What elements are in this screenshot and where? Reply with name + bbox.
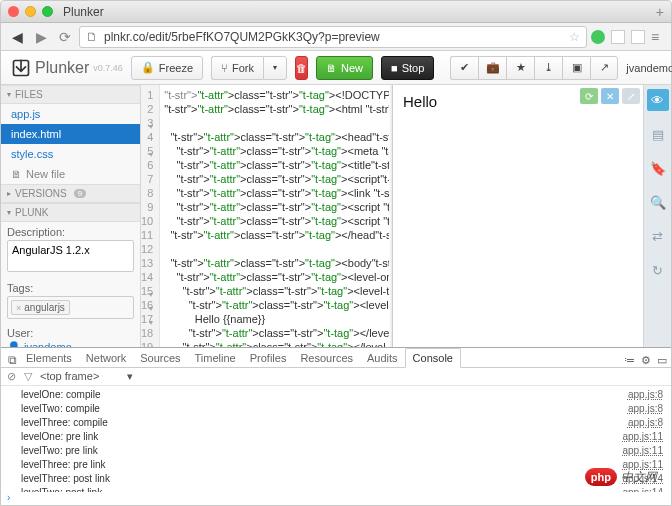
console-input[interactable]: › — [1, 492, 671, 505]
console-row[interactable]: levelThree: post linkapp.js:14 — [21, 472, 671, 486]
rail-bookmark-icon[interactable]: 🔖 — [647, 157, 669, 179]
clear-console-icon[interactable]: ⊘ — [7, 370, 16, 383]
rail-retweet-icon[interactable]: ↻ — [647, 259, 669, 281]
versions-section-header[interactable]: ▸VERSIONS9 — [1, 184, 140, 203]
file-index-html[interactable]: index.html — [1, 124, 140, 144]
freeze-button[interactable]: 🔒 Freeze — [131, 56, 203, 80]
description-label: Description: — [7, 226, 134, 238]
app-version: v0.7.46 — [93, 63, 123, 73]
maximize-window-button[interactable] — [42, 6, 53, 17]
ext-2-icon[interactable] — [611, 30, 625, 44]
files-section-header[interactable]: ▾FILES — [1, 85, 140, 104]
fork-dropdown-button[interactable]: ▾ — [263, 56, 287, 80]
browser-titlebar: Plunker + — [1, 1, 671, 23]
remove-tag-icon[interactable]: × — [16, 303, 21, 313]
embed-button[interactable]: ▣ — [562, 56, 590, 80]
bookmark-icon[interactable]: ☆ — [569, 30, 580, 44]
devtools-tabs: ⧉ Elements Network Sources Timeline Prof… — [1, 348, 671, 368]
devtab-elements[interactable]: Elements — [19, 349, 79, 367]
star-button[interactable]: ★ — [506, 56, 534, 80]
console-output[interactable]: levelOne: compileapp.js:8levelTwo: compi… — [1, 386, 671, 492]
console-location-link[interactable]: app.js:8 — [628, 402, 663, 416]
context-selector[interactable]: <top frame> ▾ — [40, 370, 133, 383]
globe-icon: 🗋 — [86, 30, 98, 44]
ext-1-icon[interactable] — [591, 30, 605, 44]
plunk-section-header[interactable]: ▾PLUNK — [1, 203, 140, 222]
delete-button[interactable]: 🗑 — [295, 56, 308, 80]
close-window-button[interactable] — [8, 6, 19, 17]
tag-angularjs[interactable]: ×angularjs — [11, 300, 70, 315]
console-message: levelThree: pre link — [21, 458, 622, 472]
chrome-menu-icon[interactable]: ≡ — [651, 30, 665, 44]
line-gutter: 12 ▾ 34 ▾ 5 6 7 8 9 10 11 12 1314 ▾15 ▾1… — [141, 85, 160, 347]
rail-search-icon[interactable]: 🔍 — [647, 191, 669, 213]
ext-3-icon[interactable] — [631, 30, 645, 44]
rail-preview-icon[interactable]: 👁 — [647, 89, 669, 111]
new-tab-button[interactable]: + — [656, 4, 664, 20]
console-row[interactable]: levelTwo: pre linkapp.js:11 — [21, 444, 671, 458]
app-brand[interactable]: Plunker v0.7.46 — [11, 58, 123, 78]
console-location-link[interactable]: app.js:11 — [622, 444, 663, 458]
console-row[interactable]: levelThree: compileapp.js:8 — [21, 416, 671, 430]
console-message: levelTwo: compile — [21, 402, 628, 416]
console-message: levelOne: compile — [21, 388, 628, 402]
console-row[interactable]: levelTwo: post linkapp.js:14 — [21, 486, 671, 492]
browser-tab-title[interactable]: Plunker — [63, 5, 104, 19]
forward-button[interactable]: ▶ — [31, 29, 51, 45]
sidebar: ▾FILES app.js index.html style.css 🗎New … — [1, 85, 141, 347]
console-location-link[interactable]: app.js:8 — [628, 416, 663, 430]
back-button[interactable]: ◀ — [7, 29, 27, 45]
preview-pane: ⟳ ✕ ⤢ Hello — [393, 85, 643, 347]
console-location-link[interactable]: app.js:11 — [622, 430, 663, 444]
briefcase-button[interactable]: 💼 — [478, 56, 506, 80]
console-message: levelThree: compile — [21, 416, 628, 430]
minimize-window-button[interactable] — [25, 6, 36, 17]
filter-icon[interactable]: ▽ — [24, 370, 32, 383]
fork-button[interactable]: ⑂ Fork — [211, 56, 263, 80]
devtab-audits[interactable]: Audits — [360, 349, 405, 367]
preview-close-button[interactable]: ✕ — [601, 88, 619, 104]
check-button[interactable]: ✔ — [450, 56, 478, 80]
console-row[interactable]: levelThree: pre linkapp.js:11 — [21, 458, 671, 472]
tags-label: Tags: — [7, 282, 134, 294]
file-style-css[interactable]: style.css — [1, 144, 140, 164]
share-button[interactable]: ↗ — [590, 56, 618, 80]
download-button[interactable]: ⤓ — [534, 56, 562, 80]
console-row[interactable]: levelOne: compileapp.js:8 — [21, 388, 671, 402]
stop-button[interactable]: ■ Stop — [381, 56, 434, 80]
file-app-js[interactable]: app.js — [1, 104, 140, 124]
rail-swap-icon[interactable]: ⇄ — [647, 225, 669, 247]
description-input[interactable]: AngularJS 1.2.x — [7, 240, 134, 272]
inspect-icon[interactable]: ⧉ — [5, 353, 19, 367]
devtools-drawer-icon[interactable]: ≔ — [624, 354, 635, 367]
browser-nav: ◀ ▶ ⟳ 🗋 plnkr.co/edit/5rbeFfKO7QUM2PGkK3… — [1, 23, 671, 51]
console-row[interactable]: levelOne: pre linkapp.js:11 — [21, 430, 671, 444]
versions-count-badge: 9 — [74, 189, 86, 198]
devtools: ⧉ Elements Network Sources Timeline Prof… — [1, 347, 671, 505]
preview-output: Hello — [403, 93, 437, 110]
preview-refresh-button[interactable]: ⟳ — [580, 88, 598, 104]
devtab-console[interactable]: Console — [405, 348, 461, 368]
right-rail: 👁 ▤ 🔖 🔍 ⇄ ↻ — [643, 85, 671, 347]
console-location-link[interactable]: app.js:8 — [628, 388, 663, 402]
code-editor[interactable]: 12 ▾ 34 ▾ 5 6 7 8 9 10 11 12 1314 ▾15 ▾1… — [141, 85, 393, 347]
reload-button[interactable]: ⟳ — [55, 29, 75, 45]
url-input[interactable]: 🗋 plnkr.co/edit/5rbeFfKO7QUM2PGkK3Qy?p=p… — [79, 26, 587, 48]
devtab-network[interactable]: Network — [79, 349, 133, 367]
devtab-profiles[interactable]: Profiles — [243, 349, 294, 367]
extension-icons: ≡ — [591, 30, 665, 44]
rail-sheet-icon[interactable]: ▤ — [647, 123, 669, 145]
user-label: User: — [7, 327, 134, 339]
console-row[interactable]: levelTwo: compileapp.js:8 — [21, 402, 671, 416]
app-toolbar: Plunker v0.7.46 🔒 Freeze ⑂ Fork ▾ 🗑 🗎 Ne… — [1, 51, 671, 85]
devtools-settings-icon[interactable]: ⚙ — [641, 354, 651, 367]
new-button[interactable]: 🗎 New — [316, 56, 373, 80]
devtab-sources[interactable]: Sources — [133, 349, 187, 367]
devtools-dock-icon[interactable]: ▭ — [657, 354, 667, 367]
devtab-resources[interactable]: Resources — [293, 349, 360, 367]
preview-expand-button[interactable]: ⤢ — [622, 88, 640, 104]
user-menu[interactable]: jvandemo▾ — [626, 62, 672, 74]
new-file-button[interactable]: 🗎New file — [1, 164, 140, 184]
devtab-timeline[interactable]: Timeline — [188, 349, 243, 367]
console-location-link[interactable]: app.js:14 — [622, 486, 663, 492]
